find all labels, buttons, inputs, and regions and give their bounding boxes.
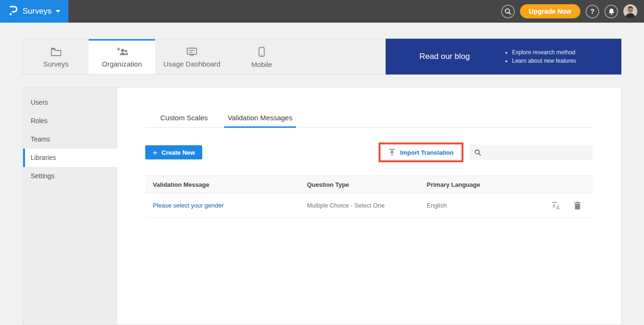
import-translation-label: Import Translation [400, 149, 454, 156]
toolbar: + Create New Import Translation [145, 142, 593, 162]
validation-message-link[interactable]: Please select your gender [153, 202, 223, 209]
nav-tab-usage-dashboard[interactable]: Usage Dashboard [155, 39, 229, 74]
product-switcher[interactable]: Surveys [0, 0, 68, 23]
table-search [470, 145, 593, 160]
column-header-question-type: Question Type [307, 181, 427, 188]
search-icon [474, 149, 481, 156]
help-button[interactable]: ? [586, 5, 599, 18]
create-new-label: Create New [162, 149, 195, 156]
top-nav: Surveys Organization Usage Dashboard Mob… [23, 39, 386, 75]
row-actions: x A [542, 201, 593, 210]
search-input[interactable] [484, 145, 593, 160]
bell-icon [608, 8, 615, 15]
search-button[interactable] [501, 5, 515, 18]
translate-icon: x A [551, 201, 561, 210]
mobile-icon [258, 47, 265, 57]
svg-text:x: x [553, 202, 556, 209]
tab-validation-messages[interactable]: Validation Messages [224, 109, 296, 128]
column-header-primary-language: Primary Language [427, 181, 542, 188]
org-sidebar: Users Roles Teams Libraries Settings [23, 88, 117, 325]
nav-tab-surveys[interactable]: Surveys [23, 39, 89, 74]
dashboard-icon [186, 47, 198, 57]
plus-icon: + [153, 149, 157, 157]
delete-button[interactable] [574, 201, 581, 210]
nav-tab-label: Surveys [43, 60, 68, 68]
notifications-button[interactable] [604, 5, 618, 18]
primary-language-cell: English [427, 202, 542, 209]
translate-button[interactable]: x A [551, 201, 561, 210]
annotation-highlight-box: Import Translation [379, 142, 463, 162]
promo-bullet: Explore research method [512, 49, 576, 56]
blog-promo-banner[interactable]: Read our blog Explore research method Le… [386, 39, 621, 75]
promo-title: Read our blog [386, 52, 504, 61]
search-icon [504, 8, 512, 15]
sidebar-item-teams[interactable]: Teams [23, 130, 117, 149]
header-actions: Upgrade Now ? [501, 0, 637, 23]
sidebar-item-settings[interactable]: Settings [23, 167, 117, 185]
sidebar-item-roles[interactable]: Roles [23, 112, 117, 130]
product-label: Surveys [23, 7, 51, 16]
libraries-tabs: Custom Scales Validation Messages [145, 109, 593, 128]
folder-icon [50, 47, 62, 57]
nav-tab-organization[interactable]: Organization [89, 39, 155, 74]
upgrade-now-button[interactable]: Upgrade Now [520, 4, 580, 18]
create-new-button[interactable]: + Create New [145, 145, 202, 159]
table-row: Please select your gender Multiple Choic… [145, 193, 593, 218]
promo-bullet: Learn about new features [512, 58, 576, 64]
app-header: Surveys Upgrade Now ? [0, 0, 644, 23]
upload-icon [388, 149, 396, 156]
promo-bullet-list: Explore research method Learn about new … [504, 47, 576, 66]
delete-icon [574, 201, 581, 210]
nav-tab-label: Usage Dashboard [164, 60, 221, 68]
user-avatar[interactable] [623, 4, 637, 18]
question-type-cell: Multiple Choice - Select One [307, 202, 427, 209]
libraries-main: Custom Scales Validation Messages + Crea… [117, 88, 621, 325]
add-users-icon [116, 47, 128, 57]
brand-logo-icon [8, 5, 18, 18]
sidebar-item-users[interactable]: Users [23, 93, 117, 112]
import-translation-button[interactable]: Import Translation [381, 145, 461, 160]
nav-tab-label: Organization [102, 60, 142, 68]
question-mark-icon: ? [590, 8, 594, 15]
chevron-down-icon [56, 10, 60, 13]
column-header-validation-message: Validation Message [145, 181, 307, 188]
nav-tab-mobile[interactable]: Mobile [229, 39, 295, 74]
validation-messages-table: Validation Message Question Type Primary… [145, 175, 593, 218]
svg-text:A: A [556, 205, 560, 210]
nav-tab-label: Mobile [251, 60, 272, 68]
sidebar-item-libraries[interactable]: Libraries [23, 149, 117, 167]
tab-custom-scales[interactable]: Custom Scales [157, 109, 212, 128]
table-header-row: Validation Message Question Type Primary… [145, 175, 593, 193]
organization-panel: Users Roles Teams Libraries Settings Cus… [23, 87, 621, 325]
